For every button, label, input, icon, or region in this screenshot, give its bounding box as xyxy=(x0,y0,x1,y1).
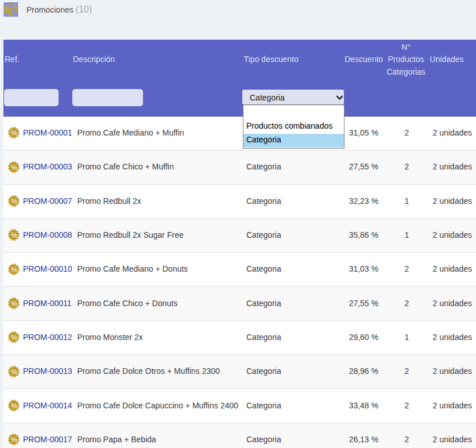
svg-text:%: % xyxy=(11,231,18,240)
svg-text:%: % xyxy=(11,129,18,137)
svg-text:%: % xyxy=(11,368,18,376)
svg-text:%: % xyxy=(11,197,18,206)
svg-text:%: % xyxy=(11,401,18,410)
svg-text:%: % xyxy=(11,299,18,308)
svg-text:%: % xyxy=(11,334,18,342)
svg-text:%: % xyxy=(11,265,18,274)
svg-text:%: % xyxy=(11,435,18,444)
svg-text:%: % xyxy=(11,163,18,172)
